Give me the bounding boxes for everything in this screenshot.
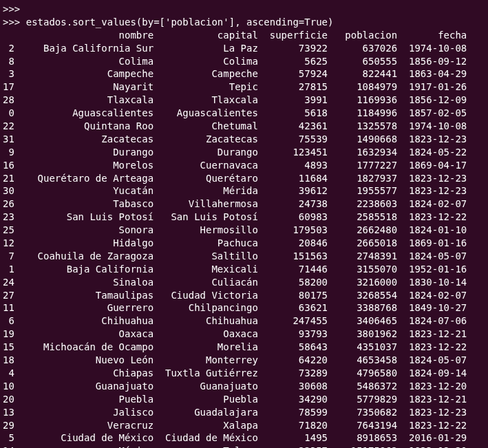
python-prompt[interactable]: >>> — [3, 3, 485, 16]
table-row: 17 Nayarit Tepic 27815 1084979 1917-01-2… — [3, 81, 485, 94]
table-row: 19 Oaxaca Oaxaca 93793 3801962 1823-12-2… — [3, 328, 485, 341]
table-row: 2 Baja California Sur La Paz 73922 63702… — [3, 42, 485, 55]
table-row: 26 Tabasco Villahermosa 24738 2238603 18… — [3, 198, 485, 211]
table-row: 24 Sinaloa Culiacán 58200 3216000 1830-1… — [3, 276, 485, 289]
table-row: 14 México Toluca 22357 15175862 1823-12-… — [3, 445, 485, 448]
table-row: 23 San Luis Potosí San Luis Potosí 60983… — [3, 211, 485, 224]
table-row: 10 Guanajuato Guanajuato 30608 5486372 1… — [3, 380, 485, 393]
table-row: 3 Campeche Campeche 57924 822441 1863-04… — [3, 67, 485, 81]
table-row: 8 Colima Colima 5625 650555 1856-09-12 — [3, 55, 485, 68]
table-row: 7 Coahuila de Zaragoza Saltillo 151563 2… — [3, 250, 485, 263]
table-row: 0 Aguascalientes Aguascalientes 5618 118… — [3, 107, 485, 120]
table-row: 18 Nuevo León Monterrey 64220 4653458 18… — [3, 354, 485, 367]
table-row: 25 Sonora Hermosillo 179503 2662480 1824… — [3, 224, 485, 237]
table-row: 22 Quintana Roo Chetumal 42361 1325578 1… — [3, 120, 485, 133]
python-command[interactable]: >>> estados.sort_values(by=['poblacion']… — [3, 16, 485, 29]
table-row: 28 Tlaxcala Tlaxcala 3991 1169936 1856-1… — [3, 94, 485, 107]
table-row: 11 Guerrero Chilpancingo 63621 3388768 1… — [3, 301, 485, 314]
terminal-output: >>>>>> estados.sort_values(by=['poblacio… — [3, 3, 485, 448]
table-row: 4 Chiapas Tuxtla Gutiérrez 73289 4796580… — [3, 367, 485, 380]
table-row: 20 Puebla Puebla 34290 5779829 1823-12-2… — [3, 393, 485, 406]
table-row: 13 Jalisco Guadalajara 78599 7350682 182… — [3, 406, 485, 419]
table-row: 27 Tamaulipas Ciudad Victoria 80175 3268… — [3, 289, 485, 302]
table-row: 9 Durango Durango 123451 1632934 1824-05… — [3, 146, 485, 159]
table-row: 29 Veracruz Xalapa 71820 7643194 1823-12… — [3, 419, 485, 432]
table-row: 6 Chihuahua Chihuahua 247455 3406465 182… — [3, 314, 485, 328]
table-header: nombre capital superficie poblacion fech… — [3, 29, 485, 42]
table-row: 21 Querétaro de Arteaga Querétaro 11684 … — [3, 172, 485, 185]
table-row: 1 Baja California Mexicali 71446 3155070… — [3, 263, 485, 276]
table-row: 5 Ciudad de México Ciudad de México 1495… — [3, 431, 485, 445]
table-row: 12 Hidalgo Pachuca 20846 2665018 1869-01… — [3, 237, 485, 250]
table-row: 30 Yucatán Mérida 39612 1955577 1823-12-… — [3, 184, 485, 198]
table-row: 16 Morelos Cuernavaca 4893 1777227 1869-… — [3, 159, 485, 172]
table-row: 31 Zacatecas Zacatecas 75539 1490668 182… — [3, 133, 485, 146]
table-row: 15 Michoacán de Ocampo Morelia 58643 435… — [3, 341, 485, 354]
